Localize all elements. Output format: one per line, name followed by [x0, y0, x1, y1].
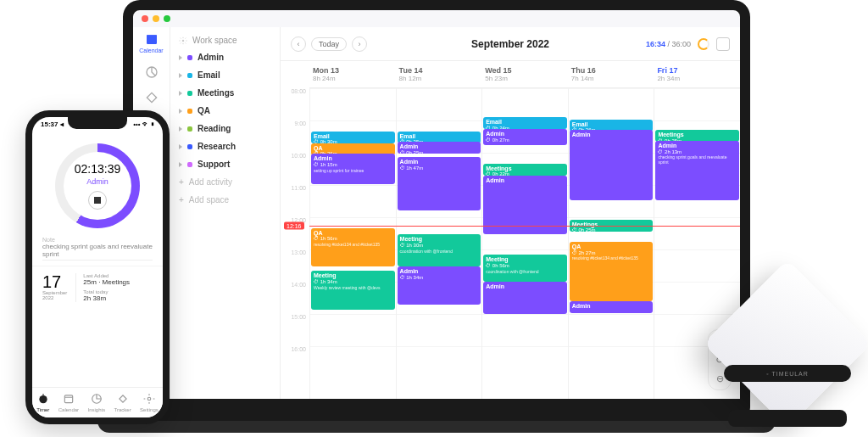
calendar-grid: 08:009:0010:0011:0012:0013:0014:0015:001… — [281, 88, 740, 399]
tracker-device: ◦ TIMEULAR — [711, 276, 864, 420]
time-block[interactable]: Admin⏱ 2h 13mchecking sprint goals and r… — [655, 141, 739, 200]
time-block[interactable]: QA⏱ 1h 56mresolving #ticket134 and #tick… — [311, 228, 395, 267]
app-window: Calendar Work space AdminEmailMeetingsQA… — [133, 27, 740, 399]
insights-icon — [91, 393, 103, 406]
chevron-right-icon — [179, 55, 182, 60]
chevron-right-icon — [179, 144, 182, 149]
timer-icon — [37, 393, 49, 406]
add-activity-label: Add activity — [189, 177, 232, 187]
sidebar-item-support[interactable]: Support — [170, 155, 280, 173]
chevron-right-icon — [179, 162, 182, 167]
time-block[interactable]: Meeting⏱ 1h 34mWeekly review meeting wit… — [311, 271, 395, 310]
sidebar-item-label: Meetings — [198, 88, 234, 98]
day-header[interactable]: Fri 172h 34m — [654, 61, 740, 87]
date-picker-icon[interactable] — [716, 37, 730, 51]
chevron-right-icon — [179, 126, 182, 132]
time-block[interactable]: Admin — [570, 301, 654, 313]
stop-button[interactable] — [88, 191, 107, 210]
prev-button[interactable]: ‹ — [291, 36, 306, 52]
svg-rect-7 — [64, 395, 72, 403]
phone-status-time: 15:37 ◂ — [41, 120, 64, 128]
phone-frame: 15:37 ◂ ••• ᯤ ▮ 02:13:39 Admin Note chec… — [25, 110, 170, 424]
day-header[interactable]: Mon 138h 24m — [309, 61, 396, 87]
svg-point-10 — [147, 397, 151, 401]
day-header[interactable]: Thu 167h 14m — [568, 61, 654, 87]
svg-rect-3 — [147, 92, 156, 102]
main-area: ‹ Today › September 2022 16:34 / 36:00 M… — [281, 27, 740, 399]
time-block[interactable]: QA⏱ 2h 27mresolving #ticket134 and #tick… — [570, 242, 654, 301]
tab-timer[interactable]: Timer — [36, 393, 49, 412]
next-button[interactable]: › — [352, 36, 367, 52]
chevron-right-icon — [179, 109, 182, 114]
add-activity[interactable]: +Add activity — [170, 173, 280, 191]
topbar: ‹ Today › September 2022 16:34 / 36:00 — [281, 27, 740, 61]
tab-tracker[interactable]: Tracker — [114, 393, 131, 412]
time-block[interactable]: Meetings⏱ 0h 22m — [483, 164, 567, 176]
window-controls[interactable] — [142, 15, 170, 22]
time-block[interactable]: Meeting⏱ 0h 56mcoordination with @fronte… — [483, 255, 567, 282]
time-block[interactable]: Admin⏱ 1h 15msetting up sprint for train… — [311, 154, 395, 183]
hour-label: 08:00 — [281, 88, 309, 120]
color-dot — [187, 162, 192, 167]
tab-calendar[interactable]: Calendar — [58, 393, 79, 412]
color-dot — [187, 126, 192, 132]
day-column[interactable]: Email⏱ 0h 26mAdminMeetings⏱ 0h 25mQA⏱ 2h… — [568, 88, 654, 399]
time-block[interactable]: Meeting⏱ 1h 30mcoordination with @fronte… — [398, 234, 481, 266]
day-header[interactable]: Tue 148h 12m — [396, 61, 482, 87]
color-dot — [187, 109, 192, 114]
time-block[interactable]: Admin⏱ 0h 25m — [398, 142, 481, 154]
svg-point-4 — [182, 39, 185, 42]
phone-status-icons: ••• ᯤ ▮ — [133, 120, 154, 128]
sidebar-item-email[interactable]: Email — [170, 66, 280, 84]
day-column[interactable]: Email⏱ 0h 25mAdmin⏱ 0h 25mAdmin⏱ 1h 47mM… — [396, 88, 482, 399]
svg-rect-6 — [42, 394, 43, 395]
day-number: 17 — [42, 273, 67, 290]
note-input[interactable]: checking sprint goals and reevaluate spr… — [42, 243, 153, 261]
hour-label: 13:00 — [281, 249, 309, 282]
sidebar-item-research[interactable]: Research — [170, 137, 280, 155]
today-button[interactable]: Today — [311, 37, 347, 51]
sidebar-item-qa[interactable]: QA — [170, 102, 280, 120]
time-ratio: 16:34 / 36:00 — [646, 40, 691, 48]
time-block[interactable]: Email⏱ 0h 24m — [483, 117, 567, 129]
now-badge: 12:16 — [284, 222, 304, 230]
time-block[interactable]: Email⏱ 0h 30m — [311, 132, 395, 143]
time-block[interactable]: Admin⏱ 0h 27m — [483, 129, 567, 145]
workspace-header[interactable]: Work space — [170, 32, 280, 48]
tab-insights[interactable]: Insights — [87, 393, 105, 412]
sidebar-item-label: QA — [198, 106, 210, 115]
day-headers: Mon 138h 24mTue 148h 12mWed 155h 23mThu … — [309, 61, 740, 88]
add-space-label: Add space — [189, 195, 229, 204]
rail-tracker[interactable] — [140, 91, 164, 104]
sidebar-item-meetings[interactable]: Meetings — [170, 84, 280, 102]
chevron-right-icon — [179, 73, 182, 78]
color-dot — [187, 73, 192, 78]
note-label: Note — [42, 237, 153, 243]
settings-icon — [143, 393, 155, 406]
day-column[interactable]: Email⏱ 0h 30mQA⏱ 0h 26mAdmin⏱ 1h 15msett… — [309, 88, 396, 399]
now-line — [309, 226, 740, 227]
tracker-body — [704, 260, 868, 428]
time-block[interactable]: Admin — [483, 282, 567, 314]
rail-pie[interactable] — [140, 65, 164, 79]
sidebar-item-label: Reading — [198, 124, 231, 133]
day-header[interactable]: Wed 155h 23m — [481, 61, 568, 87]
progress-donut-icon — [698, 38, 709, 50]
color-dot — [187, 55, 192, 60]
laptop-frame: Calendar Work space AdminEmailMeetingsQA… — [123, 0, 750, 424]
time-block[interactable]: Admin — [570, 130, 654, 199]
timer-activity[interactable]: Admin — [86, 177, 108, 186]
hour-label: 10:00 — [281, 153, 309, 185]
sidebar-item-label: Admin — [198, 53, 224, 62]
time-block[interactable]: Admin⏱ 1h 34m — [398, 266, 481, 304]
hour-label: 9:00 — [281, 120, 309, 153]
sidebar-item-admin[interactable]: Admin — [170, 48, 280, 66]
day-column[interactable]: Email⏱ 0h 24mAdmin⏱ 0h 27mMeetings⏱ 0h 2… — [481, 88, 568, 399]
timer-ring: 02:13:39 Admin — [55, 143, 140, 228]
tab-settings[interactable]: Settings — [140, 393, 159, 412]
add-space[interactable]: +Add space — [170, 191, 280, 209]
rail-calendar[interactable]: Calendar — [140, 32, 164, 53]
sidebar-item-reading[interactable]: Reading — [170, 120, 280, 137]
svg-point-5 — [39, 395, 47, 403]
time-block[interactable]: Admin⏱ 1h 47m — [398, 157, 481, 210]
